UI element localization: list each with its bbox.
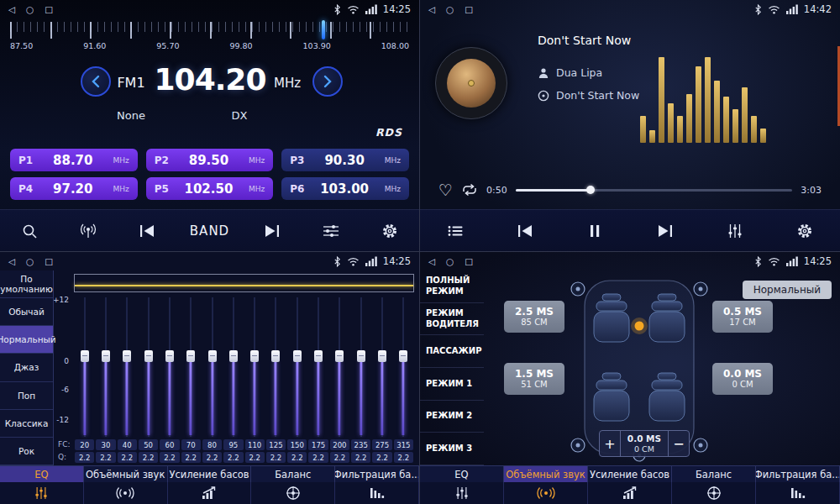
progress-knob[interactable] <box>586 186 595 194</box>
favorite-icon[interactable]: ♡ <box>438 182 453 198</box>
decrease-delay-button[interactable]: − <box>668 431 689 456</box>
home-icon[interactable]: ○ <box>26 4 34 14</box>
recents-icon[interactable]: □ <box>465 4 473 14</box>
surround-mode-item[interactable]: РЕЖИМ 1 <box>420 368 484 401</box>
surround-mode-item[interactable]: РЕЖИМ 2 <box>420 401 484 433</box>
eq-slider-handle[interactable] <box>123 350 131 362</box>
mixer-button[interactable] <box>719 223 751 239</box>
pause-button[interactable] <box>579 223 611 239</box>
recents-icon[interactable]: □ <box>45 4 53 14</box>
previous-track-button[interactable] <box>509 223 541 239</box>
eq-tab-icon-cell[interactable] <box>0 482 84 504</box>
progress-bar[interactable] <box>516 189 793 192</box>
eq-band-slider[interactable] <box>330 297 349 437</box>
eq-slider-handle[interactable] <box>229 350 238 362</box>
radio-preset[interactable]: P3 90.30 MHz <box>281 149 409 171</box>
audio-tab[interactable]: Объёмный звук <box>84 466 168 482</box>
radio-preset[interactable]: P4 97.20 MHz <box>10 177 138 200</box>
settings-button[interactable] <box>374 223 406 239</box>
eq-band-slider[interactable] <box>181 297 201 437</box>
eq-band-slider[interactable] <box>139 297 158 437</box>
eq-slider-handle[interactable] <box>399 350 407 362</box>
surround-mode-item[interactable]: РЕЖИМ 3 <box>420 433 484 465</box>
eq-slider-handle[interactable] <box>186 350 195 362</box>
next-station-button[interactable] <box>256 223 288 239</box>
tune-down-button[interactable] <box>81 66 111 97</box>
eq-preset-item[interactable]: Рок <box>0 438 53 465</box>
bass-boost-tab-icon-cell[interactable] <box>168 482 252 504</box>
audio-tab[interactable]: Фильтрация ба... <box>756 466 840 482</box>
eq-slider-handle[interactable] <box>165 350 174 362</box>
settings-button[interactable] <box>789 223 821 239</box>
filter-tab-icon-cell[interactable] <box>756 482 840 504</box>
tune-up-button[interactable] <box>312 66 343 97</box>
eq-band-slider[interactable] <box>96 297 115 437</box>
eq-band-slider[interactable] <box>351 297 370 437</box>
eq-band-slider[interactable] <box>245 297 265 437</box>
band-button[interactable]: BAND <box>190 223 229 239</box>
back-icon[interactable]: ◁ <box>428 256 435 266</box>
repeat-icon[interactable] <box>461 183 478 197</box>
audio-tab[interactable]: Усиление басов <box>168 466 252 482</box>
frequency-ruler[interactable]: 87.5091.6095.7099.80103.90108.00 <box>10 22 409 52</box>
balance-tab-icon-cell[interactable] <box>251 482 335 504</box>
audio-tab[interactable]: Объёмный звук <box>504 466 588 482</box>
recents-icon[interactable]: □ <box>465 256 473 266</box>
stations-button[interactable] <box>72 223 104 239</box>
eq-slider-handle[interactable] <box>271 350 280 362</box>
eq-slider-handle[interactable] <box>378 350 386 362</box>
home-icon[interactable]: ○ <box>446 256 454 266</box>
eq-tab-icon-cell[interactable] <box>420 482 504 504</box>
eq-band-slider[interactable] <box>223 297 243 437</box>
delay-front-left[interactable]: 2.5 MS 85 CM <box>504 301 564 333</box>
back-icon[interactable]: ◁ <box>8 256 15 266</box>
back-icon[interactable]: ◁ <box>8 4 15 14</box>
balance-tab-icon-cell[interactable] <box>672 482 756 504</box>
eq-band-slider[interactable] <box>287 297 307 437</box>
eq-band-slider[interactable] <box>372 297 391 437</box>
eq-band-slider[interactable] <box>160 297 179 437</box>
radio-preset[interactable]: P6 103.00 MHz <box>281 177 409 200</box>
surround-tab-icon-cell[interactable] <box>84 482 168 504</box>
audio-tab[interactable]: Фильтрация ба... <box>335 466 419 482</box>
recents-icon[interactable]: □ <box>45 256 53 266</box>
next-track-button[interactable] <box>649 223 681 239</box>
eq-preset-item[interactable]: Нормальный <box>0 326 53 354</box>
radio-preset[interactable]: P2 89.50 MHz <box>146 149 274 171</box>
eq-band-slider[interactable] <box>118 297 137 437</box>
audio-tab[interactable]: Усиление басов <box>588 466 672 482</box>
delay-front-right[interactable]: 0.5 MS 17 CM <box>712 301 773 333</box>
eq-band-slider[interactable] <box>394 297 413 437</box>
back-icon[interactable]: ◁ <box>428 4 435 14</box>
profile-button[interactable]: Нормальный <box>743 281 832 299</box>
home-icon[interactable]: ○ <box>26 256 34 266</box>
eq-slider-handle[interactable] <box>250 350 259 362</box>
increase-delay-button[interactable]: + <box>600 431 621 456</box>
audio-tab[interactable]: Баланс <box>672 466 756 482</box>
radio-preset[interactable]: P1 88.70 MHz <box>10 149 138 171</box>
delay-rear-right[interactable]: 0.0 MS 0 CM <box>712 363 773 395</box>
eq-band-slider[interactable] <box>202 297 222 437</box>
radio-preset[interactable]: P5 102.50 MHz <box>146 177 274 200</box>
bass-boost-tab-icon-cell[interactable] <box>588 482 672 504</box>
surround-tab-icon-cell[interactable] <box>504 482 588 504</box>
surround-mode-item[interactable]: РЕЖИМ ВОДИТЕЛЯ <box>420 303 484 336</box>
surround-mode-item[interactable]: ПАССАЖИР <box>420 335 484 368</box>
eq-slider-handle[interactable] <box>335 350 344 362</box>
eq-preset-item[interactable]: Обычай <box>0 298 53 326</box>
eq-slider-handle[interactable] <box>314 350 323 362</box>
eq-slider-handle[interactable] <box>357 350 365 362</box>
home-icon[interactable]: ○ <box>446 4 454 14</box>
queue-button[interactable] <box>439 225 471 237</box>
audio-tab[interactable]: EQ <box>420 466 504 482</box>
eq-slider-handle[interactable] <box>81 350 89 362</box>
eq-preset-item[interactable]: Поп <box>0 382 53 410</box>
surround-mode-item[interactable]: ПОЛНЫЙ РЕЖИМ <box>420 270 484 303</box>
eq-preset-item[interactable]: По умолчанию <box>0 270 53 298</box>
eq-preset-item[interactable]: Классика <box>0 410 53 438</box>
eq-slider-handle[interactable] <box>208 350 217 362</box>
eq-preset-item[interactable]: Джаз <box>0 354 53 381</box>
eq-slider-handle[interactable] <box>293 350 302 362</box>
eq-slider-handle[interactable] <box>102 350 110 362</box>
audio-tab[interactable]: EQ <box>0 466 84 482</box>
